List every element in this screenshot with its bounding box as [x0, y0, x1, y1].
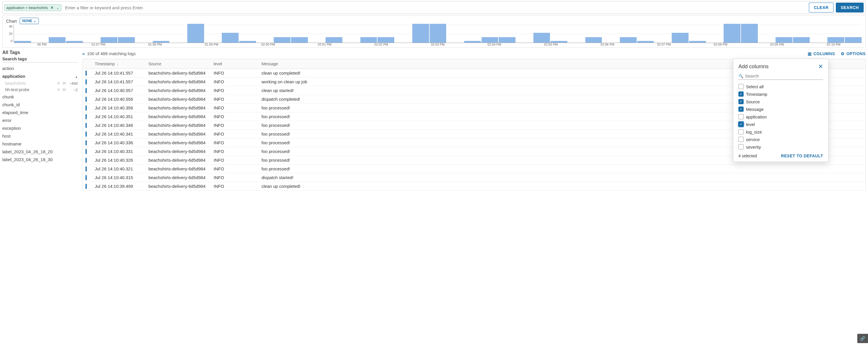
chart-bar[interactable] — [499, 37, 516, 43]
column-option-message[interactable]: ✓Message — [738, 105, 823, 113]
ne-op[interactable]: != — [63, 87, 66, 92]
search-input[interactable] — [64, 4, 807, 11]
chart-bar[interactable] — [153, 41, 169, 43]
chart-bar[interactable] — [585, 37, 602, 43]
collapse-icon[interactable]: « — [82, 51, 85, 56]
column-option-select-all[interactable]: Select all — [738, 83, 823, 90]
ne-op[interactable]: != — [63, 81, 66, 86]
cell-source: beachshirts-delivery-6d5d984 — [146, 165, 211, 173]
chart-bar[interactable] — [637, 41, 654, 43]
tag-exception[interactable]: exception — [2, 124, 78, 132]
chart-bar[interactable] — [551, 41, 567, 43]
chart-bar[interactable] — [326, 37, 342, 43]
checkbox[interactable]: ✓ — [738, 91, 744, 97]
chart-bar[interactable] — [776, 37, 792, 43]
chart-bar[interactable] — [845, 37, 862, 43]
chart-bar[interactable] — [187, 24, 204, 43]
chart-bar[interactable] — [741, 24, 758, 43]
tag-action[interactable]: action — [2, 64, 78, 72]
reset-default-button[interactable]: RESET TO DEFAULT — [781, 153, 823, 158]
chart-bar[interactable] — [222, 33, 239, 43]
tag-application[interactable]: application — [2, 72, 78, 80]
remove-chip-icon[interactable]: ✕ — [50, 5, 55, 10]
tag-chunk[interactable]: chunk — [2, 93, 78, 101]
chevron-down-icon[interactable]: ⌄ — [56, 5, 59, 10]
tag-label_2023_04_26_18_20[interactable]: label_2023_04_26_18_20 — [2, 148, 78, 155]
chart-bar[interactable] — [430, 24, 446, 43]
option-label: level — [746, 122, 755, 127]
tag-hostname[interactable]: hostname — [2, 140, 78, 148]
checkbox[interactable] — [738, 129, 744, 135]
search-button[interactable]: SEARCH — [836, 3, 864, 12]
col-timestamp[interactable]: Timestamp↓ — [92, 59, 146, 69]
chart-bar[interactable] — [828, 37, 844, 43]
chart-area[interactable] — [13, 25, 862, 43]
chart-bar[interactable] — [620, 37, 637, 43]
chart-bar[interactable] — [239, 41, 256, 43]
chart-yaxis: 40200 — [6, 25, 13, 43]
checkbox[interactable]: ✓ — [738, 122, 744, 127]
checkbox[interactable]: ✓ — [738, 99, 744, 104]
add-columns-popup: Add columns ✕ 🔍 Select all✓Timestamp✓Sou… — [733, 59, 829, 162]
tag-value-hh-test-probe[interactable]: hh-test-probe=!=~2 — [2, 86, 78, 93]
popup-search-input[interactable] — [745, 74, 823, 78]
all-tags-heading: All Tags — [2, 50, 78, 55]
columns-button[interactable]: ▥ COLUMNS — [808, 51, 835, 56]
tag-host[interactable]: host — [2, 132, 78, 140]
chart-bar[interactable] — [101, 37, 117, 43]
chart-bar[interactable] — [14, 41, 31, 43]
col-source[interactable]: Source — [146, 59, 211, 69]
tag-error[interactable]: error — [2, 116, 78, 124]
table-row[interactable]: Jul 26 14:10:40.315beachshirts-delivery-… — [83, 173, 866, 182]
table-row[interactable]: Jul 26 14:10:40.321beachshirts-delivery-… — [83, 165, 866, 173]
chart-bar[interactable] — [689, 41, 706, 43]
eq-op[interactable]: = — [57, 81, 60, 86]
chart-bar[interactable] — [377, 37, 394, 43]
severity-stripe — [86, 140, 87, 145]
chart-bar[interactable] — [49, 37, 65, 43]
chart-bar[interactable] — [412, 24, 429, 43]
columns-label: COLUMNS — [813, 51, 835, 56]
filter-chip-application[interactable]: application = beachshirts ✕ ⌄ — [4, 4, 61, 11]
severity-stripe — [86, 123, 87, 128]
chart-bar[interactable] — [66, 41, 83, 43]
search-tags-label: Search tags — [2, 56, 78, 61]
tag-elapsed_time[interactable]: elapsed_time — [2, 109, 78, 116]
chart-bar[interactable] — [291, 37, 308, 43]
tag-label_2023_04_26_18_30[interactable]: label_2023_04_26_18_30 — [2, 155, 78, 164]
cell-level: INFO — [211, 121, 258, 130]
cell-level: INFO — [211, 86, 258, 95]
chart-type-dropdown[interactable]: NONE ⌄ — [20, 18, 39, 24]
tag-value-beachshirts[interactable]: beachshirts=!=~488 — [2, 80, 78, 86]
checkbox[interactable] — [738, 144, 744, 149]
chart-bar[interactable] — [360, 37, 377, 43]
tag-chunk_id[interactable]: chunk_id — [2, 101, 78, 109]
table-row[interactable]: Jul 26 14:10:39.499beachshirts-delivery-… — [83, 182, 866, 191]
column-option-application[interactable]: application — [738, 113, 823, 120]
checkbox[interactable] — [738, 137, 744, 142]
clear-button[interactable]: CLEAR — [809, 3, 834, 12]
options-button[interactable]: ⚙ OPTIONS — [841, 51, 866, 56]
column-option-source[interactable]: ✓Source — [738, 98, 823, 105]
column-option-service[interactable]: service — [738, 136, 823, 143]
checkbox[interactable]: ✓ — [738, 107, 744, 112]
eq-op[interactable]: = — [57, 87, 60, 92]
column-option-level[interactable]: ✓level — [738, 120, 823, 128]
chart-bar[interactable] — [724, 24, 740, 43]
col-level[interactable]: level — [211, 59, 258, 69]
chart-bar[interactable] — [464, 41, 481, 43]
chart-bar[interactable] — [793, 37, 810, 43]
chart-panel: Chart NONE ⌄ 40200 56 PM01:57 PM01:58 PM… — [2, 15, 866, 48]
chart-bar[interactable] — [533, 33, 550, 43]
close-icon[interactable]: ✕ — [818, 63, 823, 70]
checkbox[interactable] — [738, 114, 744, 119]
column-option-severity[interactable]: severity — [738, 143, 823, 151]
cell-timestamp: Jul 26 14:10:41.557 — [92, 78, 146, 86]
chart-bar[interactable] — [274, 37, 290, 43]
chart-bar[interactable] — [482, 37, 498, 43]
column-option-timestamp[interactable]: ✓Timestamp — [738, 90, 823, 98]
checkbox[interactable] — [738, 84, 744, 89]
chart-bar[interactable] — [672, 33, 688, 43]
chart-bar[interactable] — [118, 37, 135, 43]
column-option-log_size[interactable]: log_size — [738, 128, 823, 136]
